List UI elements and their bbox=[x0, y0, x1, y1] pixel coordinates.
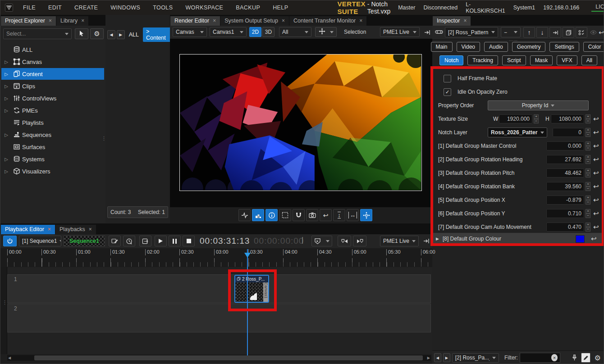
spinner[interactable] bbox=[586, 155, 590, 164]
expand-arrow-icon[interactable]: ▷ bbox=[1, 157, 11, 162]
colour-swatch[interactable] bbox=[576, 235, 585, 243]
expand-arrow-icon[interactable]: ▷ bbox=[1, 108, 11, 113]
reset-property-icon[interactable]: ↩ bbox=[593, 182, 599, 191]
spinner[interactable] bbox=[586, 168, 590, 177]
expander-icon[interactable]: ▶ bbox=[436, 237, 439, 241]
scroll-left-icon[interactable]: ◀ bbox=[8, 355, 11, 361]
project-settings-button[interactable]: ⚙ bbox=[90, 28, 104, 39]
menu-backup[interactable]: BACKUP bbox=[229, 5, 266, 11]
tree-item-visualizers[interactable]: ▷ Visualizers bbox=[1, 165, 104, 177]
expand-arrow-icon[interactable]: ▷ bbox=[1, 96, 11, 101]
texture-width-field[interactable]: 1920.000 bbox=[499, 114, 532, 123]
timeline-track-1[interactable]: 1 bbox=[7, 274, 431, 303]
property-order-dropdown[interactable]: Property Id bbox=[488, 100, 589, 110]
reset-property-icon[interactable]: ↩ bbox=[593, 142, 599, 150]
scroll-right-icon[interactable]: ▶ bbox=[427, 355, 430, 361]
tree-item-canvas[interactable]: ▷ Canvas bbox=[1, 56, 104, 68]
tree-item-all[interactable]: ALL bbox=[1, 44, 104, 55]
expand-arrow-icon[interactable]: ▷ bbox=[1, 132, 11, 137]
menu-edit[interactable]: EDIT bbox=[42, 5, 68, 11]
spinner[interactable] bbox=[586, 182, 590, 191]
footer-target-dropdown[interactable]: [2] Ross_Pa..._v0... bbox=[452, 353, 499, 363]
fit-vertical-button[interactable]: ↕ bbox=[333, 209, 345, 221]
spinner[interactable] bbox=[586, 128, 590, 137]
breadcrumb-current[interactable]: > Content bbox=[143, 27, 171, 42]
playhead-marker[interactable] bbox=[244, 253, 251, 258]
play-button[interactable] bbox=[155, 236, 167, 246]
tab-playbacks[interactable]: Playbacks× bbox=[55, 225, 96, 234]
menu-help[interactable]: HELP bbox=[266, 5, 294, 11]
menu-workspace[interactable]: WORKSPACE bbox=[179, 5, 229, 11]
close-icon[interactable]: × bbox=[463, 18, 467, 23]
tab-tracking[interactable]: Tracking bbox=[467, 55, 498, 65]
param-value-field[interactable]: 39.560 bbox=[546, 182, 584, 191]
playback-pme-dropdown[interactable]: PME1 Live bbox=[380, 236, 419, 246]
close-icon[interactable]: × bbox=[282, 18, 285, 23]
edit-sequence-button[interactable] bbox=[109, 236, 121, 246]
reset-property-icon[interactable]: ↩ bbox=[593, 196, 599, 204]
canvas-select-dropdown[interactable]: Canvas1 bbox=[210, 27, 247, 37]
transform-tool-dropdown[interactable] bbox=[315, 27, 337, 37]
expand-arrow-icon[interactable]: ▷ bbox=[1, 169, 11, 174]
tree-item-clips[interactable]: ▷ Clips bbox=[1, 80, 104, 92]
fit-horizontal-button[interactable]: ↔ bbox=[347, 209, 359, 221]
goto-out-button[interactable] bbox=[139, 236, 151, 246]
colour-param-row[interactable]: ▶ [8] Default Group Colour ↩ bbox=[433, 233, 602, 245]
pin-icon[interactable] bbox=[421, 27, 433, 38]
tab-audio[interactable]: Audio bbox=[484, 42, 508, 52]
reset-property-icon[interactable]: ↩ bbox=[591, 235, 597, 243]
snapshot-button[interactable] bbox=[306, 209, 318, 221]
tab-content-transfer-monitor[interactable]: Content Transfer Monitor× bbox=[289, 16, 366, 26]
marquee-select-button[interactable] bbox=[279, 209, 291, 221]
duplicate-window-icon[interactable] bbox=[563, 27, 574, 38]
snap-magnet-button[interactable] bbox=[293, 209, 305, 221]
menu-file[interactable]: FILE bbox=[17, 5, 42, 11]
active-sequence-display[interactable]: Sequence1 bbox=[64, 236, 105, 246]
tree-item-surfaces[interactable]: Surfaces bbox=[1, 141, 104, 153]
spinner[interactable] bbox=[586, 196, 590, 205]
reset-property-icon[interactable]: ↩ bbox=[593, 223, 599, 231]
pause-button[interactable] bbox=[169, 236, 181, 246]
tab-mask[interactable]: Mask bbox=[530, 55, 553, 65]
reset-view-button[interactable]: ↩ bbox=[320, 209, 332, 221]
tab-vfx[interactable]: VFX bbox=[557, 55, 577, 65]
tab-playback-editor[interactable]: Playback Editor× bbox=[1, 225, 55, 234]
expand-arrow-icon[interactable]: ▷ bbox=[1, 59, 11, 64]
param-value-field[interactable]: 0.000 bbox=[546, 141, 584, 150]
filter-all-dropdown[interactable]: All bbox=[279, 27, 311, 37]
waveform-monitor-button[interactable] bbox=[238, 209, 251, 221]
close-icon[interactable]: × bbox=[89, 227, 92, 232]
render-pme-dropdown[interactable]: PME1 Live bbox=[380, 27, 420, 37]
timeline-hscrollbar[interactable]: ◀ ▶ bbox=[7, 355, 431, 361]
half-frame-rate-checkbox[interactable] bbox=[444, 75, 451, 82]
reset-property-icon[interactable]: ↩ bbox=[593, 128, 599, 136]
property-checklist-icon[interactable] bbox=[576, 27, 587, 38]
tab-notch[interactable]: Notch bbox=[439, 55, 463, 65]
reset-property-icon[interactable]: ↩ bbox=[593, 155, 599, 164]
tab-all[interactable]: All bbox=[581, 55, 597, 65]
gear-icon[interactable]: ⚙ bbox=[592, 352, 603, 363]
texture-height-field[interactable]: 1080.000 bbox=[551, 114, 584, 123]
tree-item-systems[interactable]: ▷ Systems bbox=[1, 153, 104, 165]
tab-main[interactable]: Main bbox=[431, 42, 453, 52]
reset-property-icon[interactable]: ↩ bbox=[593, 115, 599, 123]
playback-power-button[interactable] bbox=[3, 236, 17, 246]
tab-system-output-setup[interactable]: System Output Setup× bbox=[220, 16, 289, 26]
view-2d-button[interactable]: 2D bbox=[249, 27, 261, 37]
close-icon[interactable]: × bbox=[49, 18, 52, 23]
tab-geometry[interactable]: Geometry bbox=[512, 42, 546, 52]
playhead-line[interactable] bbox=[247, 249, 248, 355]
tab-project-explorer[interactable]: Project Explorer × bbox=[1, 16, 56, 26]
reset-property-icon[interactable]: ↩ bbox=[593, 209, 599, 218]
breadcrumb-all[interactable]: ALL bbox=[126, 32, 142, 38]
param-value-field[interactable]: 0.470 bbox=[546, 223, 584, 232]
render-viewport[interactable] bbox=[170, 39, 432, 207]
spinner[interactable] bbox=[586, 141, 590, 150]
cue-mode-dropdown[interactable] bbox=[311, 236, 332, 246]
cue-previous-button[interactable] bbox=[338, 236, 351, 246]
clear-filter-icon[interactable]: × bbox=[551, 354, 558, 361]
close-icon[interactable]: × bbox=[81, 18, 84, 23]
tree-item-playlists[interactable]: Playlists bbox=[1, 117, 104, 128]
expand-arrow-icon[interactable]: ▷ bbox=[1, 72, 11, 77]
project-select-dropdown[interactable]: Select... bbox=[3, 28, 72, 39]
